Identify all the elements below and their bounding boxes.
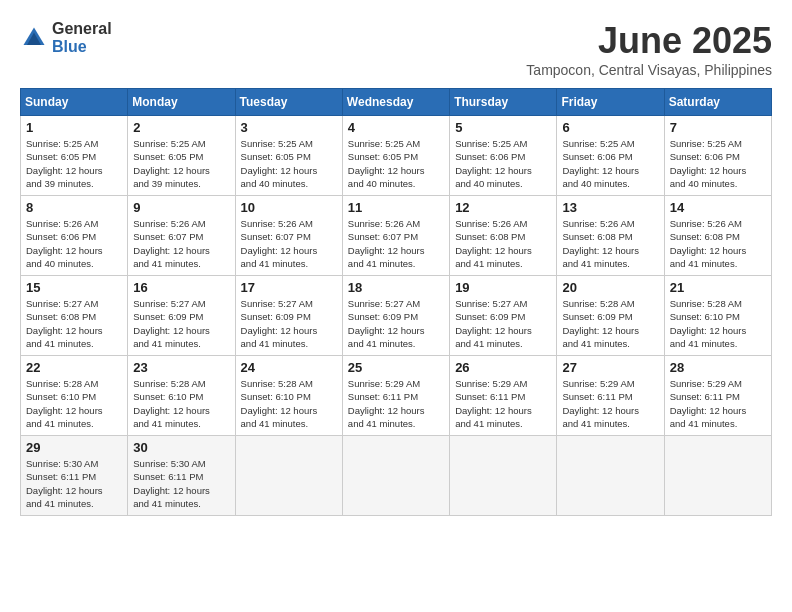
day-info: Sunrise: 5:28 AM Sunset: 6:10 PM Dayligh…	[670, 297, 766, 350]
day-number: 6	[562, 120, 658, 135]
table-row	[664, 436, 771, 516]
day-number: 13	[562, 200, 658, 215]
header-wednesday: Wednesday	[342, 89, 449, 116]
table-row: 15Sunrise: 5:27 AM Sunset: 6:08 PM Dayli…	[21, 276, 128, 356]
day-number: 11	[348, 200, 444, 215]
day-info: Sunrise: 5:26 AM Sunset: 6:06 PM Dayligh…	[26, 217, 122, 270]
day-info: Sunrise: 5:27 AM Sunset: 6:08 PM Dayligh…	[26, 297, 122, 350]
header-thursday: Thursday	[450, 89, 557, 116]
header-sunday: Sunday	[21, 89, 128, 116]
table-row: 13Sunrise: 5:26 AM Sunset: 6:08 PM Dayli…	[557, 196, 664, 276]
day-number: 15	[26, 280, 122, 295]
day-number: 2	[133, 120, 229, 135]
day-number: 21	[670, 280, 766, 295]
day-info: Sunrise: 5:29 AM Sunset: 6:11 PM Dayligh…	[455, 377, 551, 430]
table-row: 17Sunrise: 5:27 AM Sunset: 6:09 PM Dayli…	[235, 276, 342, 356]
day-number: 20	[562, 280, 658, 295]
day-info: Sunrise: 5:28 AM Sunset: 6:10 PM Dayligh…	[241, 377, 337, 430]
header-friday: Friday	[557, 89, 664, 116]
day-number: 8	[26, 200, 122, 215]
calendar-week-row: 22Sunrise: 5:28 AM Sunset: 6:10 PM Dayli…	[21, 356, 772, 436]
day-info: Sunrise: 5:28 AM Sunset: 6:09 PM Dayligh…	[562, 297, 658, 350]
table-row: 20Sunrise: 5:28 AM Sunset: 6:09 PM Dayli…	[557, 276, 664, 356]
day-number: 29	[26, 440, 122, 455]
day-info: Sunrise: 5:26 AM Sunset: 6:07 PM Dayligh…	[348, 217, 444, 270]
day-info: Sunrise: 5:25 AM Sunset: 6:05 PM Dayligh…	[348, 137, 444, 190]
day-info: Sunrise: 5:29 AM Sunset: 6:11 PM Dayligh…	[562, 377, 658, 430]
header-monday: Monday	[128, 89, 235, 116]
table-row: 16Sunrise: 5:27 AM Sunset: 6:09 PM Dayli…	[128, 276, 235, 356]
table-row: 6Sunrise: 5:25 AM Sunset: 6:06 PM Daylig…	[557, 116, 664, 196]
table-row: 22Sunrise: 5:28 AM Sunset: 6:10 PM Dayli…	[21, 356, 128, 436]
table-row	[450, 436, 557, 516]
day-info: Sunrise: 5:26 AM Sunset: 6:07 PM Dayligh…	[133, 217, 229, 270]
table-row: 21Sunrise: 5:28 AM Sunset: 6:10 PM Dayli…	[664, 276, 771, 356]
day-number: 19	[455, 280, 551, 295]
table-row: 29Sunrise: 5:30 AM Sunset: 6:11 PM Dayli…	[21, 436, 128, 516]
table-row: 30Sunrise: 5:30 AM Sunset: 6:11 PM Dayli…	[128, 436, 235, 516]
table-row: 28Sunrise: 5:29 AM Sunset: 6:11 PM Dayli…	[664, 356, 771, 436]
day-number: 27	[562, 360, 658, 375]
table-row: 26Sunrise: 5:29 AM Sunset: 6:11 PM Dayli…	[450, 356, 557, 436]
day-number: 28	[670, 360, 766, 375]
day-info: Sunrise: 5:25 AM Sunset: 6:05 PM Dayligh…	[241, 137, 337, 190]
calendar-week-row: 1Sunrise: 5:25 AM Sunset: 6:05 PM Daylig…	[21, 116, 772, 196]
logo: General Blue	[20, 20, 112, 56]
table-row: 4Sunrise: 5:25 AM Sunset: 6:05 PM Daylig…	[342, 116, 449, 196]
table-row: 12Sunrise: 5:26 AM Sunset: 6:08 PM Dayli…	[450, 196, 557, 276]
day-info: Sunrise: 5:27 AM Sunset: 6:09 PM Dayligh…	[133, 297, 229, 350]
calendar-week-row: 15Sunrise: 5:27 AM Sunset: 6:08 PM Dayli…	[21, 276, 772, 356]
table-row: 3Sunrise: 5:25 AM Sunset: 6:05 PM Daylig…	[235, 116, 342, 196]
day-info: Sunrise: 5:25 AM Sunset: 6:06 PM Dayligh…	[562, 137, 658, 190]
calendar-week-row: 8Sunrise: 5:26 AM Sunset: 6:06 PM Daylig…	[21, 196, 772, 276]
weekday-header-row: Sunday Monday Tuesday Wednesday Thursday…	[21, 89, 772, 116]
day-number: 26	[455, 360, 551, 375]
day-number: 18	[348, 280, 444, 295]
day-number: 3	[241, 120, 337, 135]
day-number: 22	[26, 360, 122, 375]
table-row: 9Sunrise: 5:26 AM Sunset: 6:07 PM Daylig…	[128, 196, 235, 276]
table-row: 25Sunrise: 5:29 AM Sunset: 6:11 PM Dayli…	[342, 356, 449, 436]
day-info: Sunrise: 5:25 AM Sunset: 6:06 PM Dayligh…	[670, 137, 766, 190]
day-info: Sunrise: 5:29 AM Sunset: 6:11 PM Dayligh…	[670, 377, 766, 430]
day-number: 10	[241, 200, 337, 215]
day-number: 1	[26, 120, 122, 135]
header-tuesday: Tuesday	[235, 89, 342, 116]
day-info: Sunrise: 5:27 AM Sunset: 6:09 PM Dayligh…	[241, 297, 337, 350]
table-row	[342, 436, 449, 516]
day-info: Sunrise: 5:25 AM Sunset: 6:06 PM Dayligh…	[455, 137, 551, 190]
table-row: 19Sunrise: 5:27 AM Sunset: 6:09 PM Dayli…	[450, 276, 557, 356]
day-number: 9	[133, 200, 229, 215]
day-number: 23	[133, 360, 229, 375]
calendar-week-row: 29Sunrise: 5:30 AM Sunset: 6:11 PM Dayli…	[21, 436, 772, 516]
calendar-table: Sunday Monday Tuesday Wednesday Thursday…	[20, 88, 772, 516]
day-number: 12	[455, 200, 551, 215]
day-info: Sunrise: 5:29 AM Sunset: 6:11 PM Dayligh…	[348, 377, 444, 430]
day-info: Sunrise: 5:26 AM Sunset: 6:07 PM Dayligh…	[241, 217, 337, 270]
table-row: 27Sunrise: 5:29 AM Sunset: 6:11 PM Dayli…	[557, 356, 664, 436]
table-row: 8Sunrise: 5:26 AM Sunset: 6:06 PM Daylig…	[21, 196, 128, 276]
table-row: 7Sunrise: 5:25 AM Sunset: 6:06 PM Daylig…	[664, 116, 771, 196]
day-info: Sunrise: 5:28 AM Sunset: 6:10 PM Dayligh…	[26, 377, 122, 430]
day-info: Sunrise: 5:25 AM Sunset: 6:05 PM Dayligh…	[26, 137, 122, 190]
day-info: Sunrise: 5:26 AM Sunset: 6:08 PM Dayligh…	[455, 217, 551, 270]
day-info: Sunrise: 5:26 AM Sunset: 6:08 PM Dayligh…	[562, 217, 658, 270]
table-row: 18Sunrise: 5:27 AM Sunset: 6:09 PM Dayli…	[342, 276, 449, 356]
table-row: 24Sunrise: 5:28 AM Sunset: 6:10 PM Dayli…	[235, 356, 342, 436]
day-info: Sunrise: 5:28 AM Sunset: 6:10 PM Dayligh…	[133, 377, 229, 430]
table-row: 10Sunrise: 5:26 AM Sunset: 6:07 PM Dayli…	[235, 196, 342, 276]
table-row: 14Sunrise: 5:26 AM Sunset: 6:08 PM Dayli…	[664, 196, 771, 276]
logo-text-blue: Blue	[52, 38, 87, 55]
table-row: 5Sunrise: 5:25 AM Sunset: 6:06 PM Daylig…	[450, 116, 557, 196]
logo-icon	[20, 24, 48, 52]
table-row	[557, 436, 664, 516]
day-number: 24	[241, 360, 337, 375]
location-title: Tampocon, Central Visayas, Philippines	[526, 62, 772, 78]
day-number: 17	[241, 280, 337, 295]
page-header: General Blue June 2025 Tampocon, Central…	[20, 20, 772, 78]
day-info: Sunrise: 5:27 AM Sunset: 6:09 PM Dayligh…	[348, 297, 444, 350]
day-info: Sunrise: 5:26 AM Sunset: 6:08 PM Dayligh…	[670, 217, 766, 270]
table-row: 2Sunrise: 5:25 AM Sunset: 6:05 PM Daylig…	[128, 116, 235, 196]
day-number: 25	[348, 360, 444, 375]
day-number: 14	[670, 200, 766, 215]
